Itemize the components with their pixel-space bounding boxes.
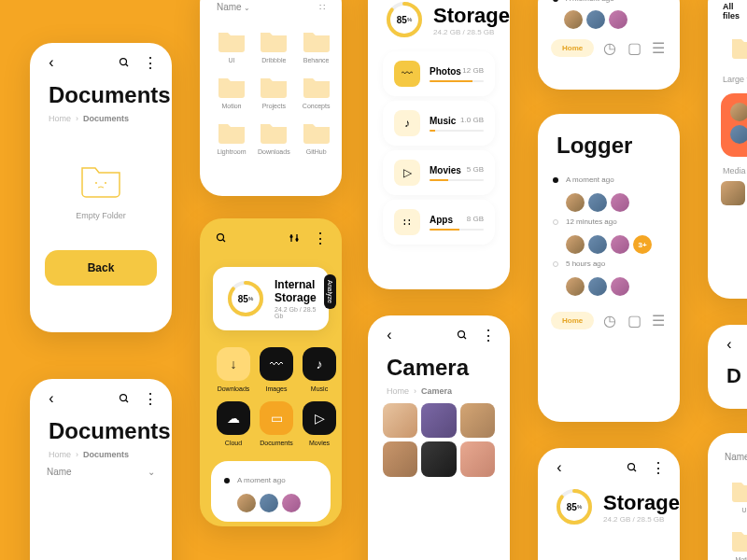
screen-storage-2: ‹⋮ 85% Storage24.2 GB / 28.5 GB (538, 448, 680, 560)
storage-ring: 85% (555, 487, 594, 526)
avatar[interactable] (566, 235, 585, 254)
category-item[interactable]: ♪Music (303, 347, 336, 392)
sort-label[interactable]: Name (217, 2, 242, 12)
chevron-down-icon[interactable]: ⌄ (148, 467, 155, 477)
more-icon[interactable]: ⋮ (314, 231, 327, 245)
avatar[interactable] (564, 10, 583, 29)
clock-icon[interactable]: ◷ (601, 36, 618, 59)
screen-documents-list: ‹ ⋮ Documents Home › Documents Name⌄ (30, 379, 172, 560)
folder-icon[interactable]: ▢ (626, 36, 642, 59)
avatar[interactable] (588, 235, 607, 254)
menu-icon[interactable]: ☰ (650, 36, 667, 59)
avatar[interactable] (237, 494, 256, 512)
clock-icon[interactable]: ◷ (601, 309, 618, 331)
more-icon[interactable]: ⋮ (144, 392, 157, 405)
sort-label[interactable]: Name (725, 452, 747, 462)
large-files-card[interactable] (721, 93, 747, 157)
category-name: Photos (430, 66, 462, 77)
back-button[interactable]: Back (45, 250, 157, 286)
avatar[interactable] (282, 494, 301, 512)
photo-thumb[interactable] (383, 403, 417, 438)
category-size: 8 GB (467, 215, 484, 225)
analyze-button[interactable]: Analyze (324, 274, 336, 309)
photo-thumb[interactable] (421, 441, 456, 476)
category-icon: ▭ (260, 401, 293, 435)
folder-item[interactable]: Projects (254, 71, 294, 113)
photo-thumb[interactable] (421, 403, 456, 438)
screen-internal-storage: ⋮ 85% InternalStorage24.2 Gb / 28.5 Gb A… (200, 218, 342, 526)
photo-thumb[interactable] (460, 403, 495, 438)
avatar-more[interactable]: 3+ (633, 235, 652, 254)
page-title: Documents (30, 82, 172, 114)
more-icon[interactable]: ⋮ (144, 56, 157, 69)
search-icon[interactable] (118, 392, 131, 405)
search-icon[interactable] (118, 56, 131, 69)
grid-view-icon[interactable]: ∷ (319, 2, 325, 12)
storage-card[interactable]: 85% InternalStorage24.2 Gb / 28.5 Gb Ana… (213, 267, 329, 330)
search-icon[interactable] (215, 231, 228, 245)
back-icon[interactable]: ‹ (45, 56, 58, 69)
storage-category[interactable]: 〰Photos12 GB (383, 51, 495, 96)
tab-home[interactable]: Home (551, 312, 594, 329)
svg-point-0 (120, 59, 127, 65)
avatar[interactable] (260, 494, 278, 512)
folder-icon[interactable] (730, 528, 747, 553)
folder-icon[interactable] (730, 479, 747, 503)
avatar[interactable] (611, 235, 629, 254)
category-item[interactable]: ↓Downloads (217, 347, 250, 392)
category-item[interactable]: ▭Documents (260, 401, 293, 446)
avatar[interactable] (611, 277, 629, 296)
folder-icon (217, 75, 247, 99)
avatar[interactable] (588, 193, 607, 212)
folder-icon[interactable] (730, 35, 747, 60)
tab-home[interactable]: Home (551, 39, 594, 57)
screen-logger: Logger A moment ago12 minutes ago3+5 hou… (538, 114, 680, 422)
folder-item[interactable]: Downloads (254, 117, 294, 159)
svg-point-18 (628, 464, 635, 470)
avatar[interactable] (566, 193, 585, 212)
back-icon[interactable]: ‹ (45, 392, 58, 405)
menu-icon[interactable]: ☰ (650, 309, 667, 331)
screen-storage: 85% Storage24.2 GB / 28.5 GB 〰Photos12 G… (368, 0, 510, 289)
category-icon: ↓ (217, 347, 250, 381)
back-icon[interactable]: ‹ (723, 338, 736, 351)
category-item[interactable]: ☁Cloud (217, 401, 250, 446)
svg-point-3 (105, 182, 106, 184)
media-thumb[interactable] (721, 181, 745, 205)
empty-label: Empty Folder (76, 211, 126, 220)
category-icon: 〰 (260, 347, 293, 381)
storage-category[interactable]: ▷Movies5 GB (383, 150, 495, 195)
chevron-down-icon[interactable]: ⌄ (244, 4, 250, 12)
photo-thumb[interactable] (383, 441, 417, 476)
folder-item[interactable]: Lightroom (213, 117, 250, 159)
avatar[interactable] (609, 10, 627, 29)
category-label: Movies (309, 440, 330, 446)
avatar[interactable] (588, 277, 607, 296)
folder-icon (217, 29, 247, 53)
folder-item[interactable]: Behance (298, 25, 335, 67)
folder-item[interactable]: Concepts (298, 71, 335, 113)
folder-item[interactable]: Motion (213, 71, 250, 113)
folder-item[interactable]: UI (213, 25, 250, 67)
folder-item[interactable]: Dribbble (254, 25, 294, 67)
back-icon[interactable]: ‹ (553, 461, 566, 474)
back-icon[interactable]: ‹ (383, 329, 396, 342)
more-icon[interactable]: ⋮ (652, 461, 665, 474)
filter-icon[interactable] (288, 231, 301, 245)
more-icon[interactable]: ⋮ (482, 329, 495, 342)
storage-category[interactable]: ♪Music1.0 GB (383, 101, 495, 146)
storage-category[interactable]: ∷Apps8 GB (383, 200, 495, 245)
search-icon[interactable] (626, 461, 639, 474)
folder-icon[interactable]: ▢ (626, 309, 642, 331)
avatar[interactable] (611, 193, 629, 212)
avatar[interactable] (586, 10, 605, 29)
sort-label[interactable]: Name (47, 467, 72, 477)
search-icon[interactable] (456, 329, 469, 342)
folder-item[interactable]: GitHub (298, 117, 335, 159)
category-item[interactable]: 〰Images (260, 347, 293, 392)
folder-icon (259, 75, 289, 99)
avatar[interactable] (566, 277, 585, 296)
category-item[interactable]: ▷Movies (303, 401, 336, 446)
folder-icon (302, 29, 331, 53)
photo-thumb[interactable] (460, 441, 495, 476)
